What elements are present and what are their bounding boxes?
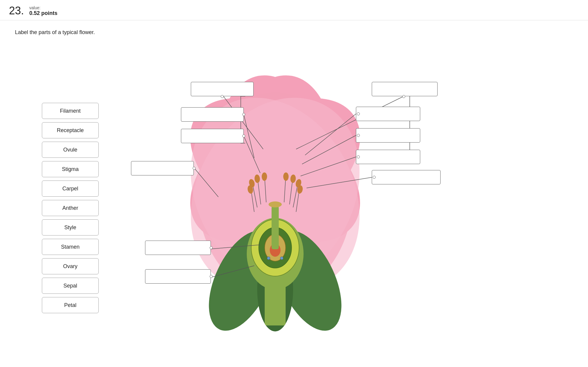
svg-point-4 <box>197 92 353 296</box>
svg-point-33 <box>262 172 267 181</box>
question-text: Label the parts of a typical flower. <box>15 29 573 36</box>
word-box-sepal[interactable]: Sepal <box>42 278 99 294</box>
dot-3 <box>242 134 245 137</box>
svg-point-19 <box>269 201 282 207</box>
svg-point-2 <box>202 66 348 274</box>
answer-box-4[interactable] <box>131 161 194 175</box>
svg-point-35 <box>283 172 289 181</box>
svg-line-40 <box>211 245 260 249</box>
svg-line-46 <box>307 177 372 188</box>
value-label: value: <box>29 5 57 10</box>
word-box-filament[interactable]: Filament <box>42 103 99 119</box>
word-box-anther[interactable]: Anther <box>42 200 99 216</box>
word-box-stamen[interactable]: Stamen <box>42 239 99 255</box>
word-box-stigma[interactable]: Stigma <box>42 161 99 177</box>
svg-point-14 <box>265 234 286 261</box>
svg-line-30 <box>290 181 293 204</box>
svg-line-24 <box>258 181 261 204</box>
svg-point-15 <box>270 244 281 257</box>
answer-box-8[interactable] <box>356 107 420 121</box>
svg-line-37 <box>244 114 254 158</box>
word-box-petal[interactable]: Petal <box>42 297 99 313</box>
word-box-style[interactable]: Style <box>42 219 99 236</box>
svg-point-16 <box>267 257 270 260</box>
svg-line-44 <box>302 135 356 164</box>
svg-line-45 <box>301 157 356 176</box>
svg-point-27 <box>297 185 304 194</box>
word-box-receptacle[interactable]: Receptacle <box>42 122 99 138</box>
answer-box-10[interactable] <box>356 150 420 164</box>
dot-2 <box>242 113 245 116</box>
answer-box-6[interactable] <box>145 269 211 284</box>
answer-box-1[interactable] <box>191 82 254 96</box>
question-header: 23. value: 0.52 points <box>0 0 588 20</box>
dot-4 <box>193 167 196 170</box>
question-value: value: 0.52 points <box>29 5 57 16</box>
dot-11 <box>373 176 376 179</box>
points-value: 0.52 points <box>29 10 57 16</box>
dot-1 <box>221 95 224 98</box>
svg-point-17 <box>280 257 283 260</box>
svg-point-8 <box>261 221 355 341</box>
svg-point-3 <box>202 66 348 274</box>
svg-point-10 <box>247 218 304 290</box>
svg-line-32 <box>265 178 266 202</box>
svg-point-13 <box>259 227 292 268</box>
answer-box-11[interactable] <box>372 170 441 184</box>
svg-line-41 <box>211 266 254 277</box>
svg-line-43 <box>305 114 356 155</box>
svg-line-34 <box>284 178 286 202</box>
svg-line-39 <box>194 168 218 197</box>
question-number: 23. <box>9 5 24 16</box>
svg-point-25 <box>254 174 260 183</box>
svg-point-12 <box>251 219 299 276</box>
answer-box-9[interactable] <box>356 128 420 143</box>
dot-9 <box>357 134 360 137</box>
word-box-carpel[interactable]: Carpel <box>42 181 99 197</box>
diagram-area: Filament Receptacle Ovule Stigma Carpel … <box>15 45 571 358</box>
svg-point-29 <box>295 178 302 188</box>
word-box-ovule[interactable]: Ovule <box>42 142 99 158</box>
question-body: Label the parts of a typical flower. Fil… <box>0 20 588 367</box>
answer-box-5[interactable] <box>145 241 211 255</box>
dot-6 <box>210 275 213 278</box>
word-box-ovary[interactable]: Ovary <box>42 258 99 274</box>
svg-line-22 <box>253 185 257 207</box>
dot-5 <box>210 246 213 249</box>
svg-point-21 <box>247 185 254 194</box>
svg-point-31 <box>290 174 296 183</box>
answer-box-3[interactable] <box>181 129 244 143</box>
answer-box-7[interactable] <box>372 82 438 96</box>
svg-point-23 <box>248 178 256 188</box>
svg-line-28 <box>293 185 298 207</box>
dot-8 <box>357 112 360 115</box>
dot-7 <box>402 95 405 98</box>
svg-line-38 <box>244 136 260 173</box>
answer-box-2[interactable] <box>181 107 244 122</box>
svg-line-20 <box>251 191 254 212</box>
svg-rect-11 <box>265 284 286 325</box>
dot-10 <box>357 155 360 158</box>
svg-line-26 <box>296 191 299 212</box>
svg-rect-18 <box>272 206 279 249</box>
svg-point-9 <box>257 248 293 331</box>
